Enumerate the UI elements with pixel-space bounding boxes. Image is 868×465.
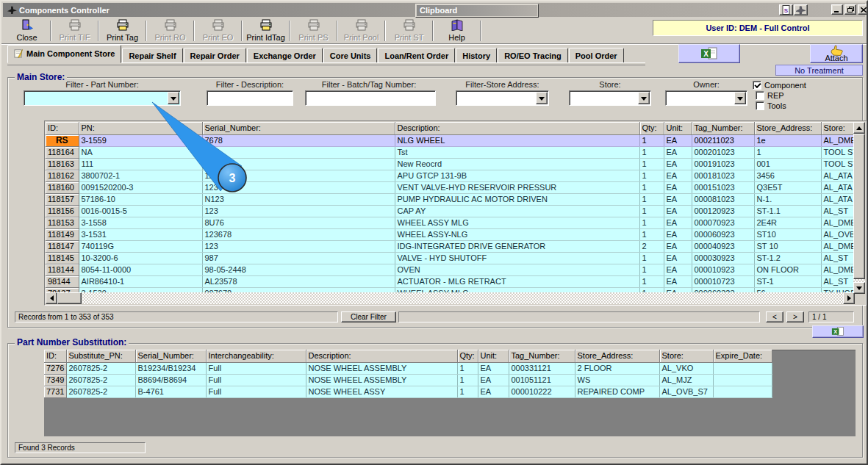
data-cell[interactable]: AL_DME xyxy=(821,264,855,275)
data-cell[interactable]: PUMP HYDRAULIC AC MOTOR DRIVEN xyxy=(395,193,639,205)
data-cell[interactable]: EA xyxy=(664,228,692,240)
data-cell[interactable]: EA xyxy=(478,362,509,374)
data-cell[interactable]: NOSE WHEEL ASSEMBLY xyxy=(306,374,457,386)
data-cell[interactable]: AL_OVB_ xyxy=(821,228,855,240)
data-cell[interactable]: 1 xyxy=(639,158,664,170)
data-cell[interactable]: Q3E5T xyxy=(754,181,821,193)
data-cell[interactable]: Full xyxy=(206,386,306,397)
data-cell[interactable]: NA xyxy=(202,146,395,158)
column-header[interactable]: Store: xyxy=(821,122,855,134)
data-cell[interactable]: N123 xyxy=(202,193,395,205)
chevron-down-icon[interactable] xyxy=(734,92,746,104)
table-row[interactable]: 1181623800702-1123APU GTCP 131-9B1EA0001… xyxy=(46,170,855,181)
data-cell[interactable]: VENT VALVE-HYD RESERVOIR PRESSUR xyxy=(395,181,639,193)
table-row[interactable]: 1181448054-11-000098-05-2448OVEN1EA00001… xyxy=(46,264,855,275)
row-id-cell[interactable]: 118163 xyxy=(46,158,79,170)
table-row[interactable]: 11814510-3200-6987VALVE - HYD SHUTOFF1EA… xyxy=(46,252,855,264)
store-combobox[interactable] xyxy=(569,90,651,106)
row-id-cell[interactable]: 7731 xyxy=(44,386,66,397)
data-cell[interactable]: 0091520200-3 xyxy=(79,181,202,193)
export-excel-substitution-button[interactable]: X xyxy=(812,325,864,338)
row-id-cell[interactable]: 118149 xyxy=(46,228,79,240)
column-header[interactable]: ID: xyxy=(44,350,66,362)
scroll-down-button[interactable] xyxy=(853,282,865,294)
data-cell[interactable]: 2607825-2 xyxy=(66,386,135,397)
scroll-up-button[interactable] xyxy=(853,122,865,134)
table-row[interactable]: 1181560016-0015-5123CAP AY1EA000120923ST… xyxy=(46,205,855,217)
data-cell[interactable]: AL_DME xyxy=(821,134,855,146)
column-header[interactable]: Substitute_PN: xyxy=(66,350,135,362)
print-ro-button[interactable]: Print RO xyxy=(149,18,191,43)
column-header[interactable]: ID: xyxy=(46,122,79,134)
data-cell[interactable]: EA xyxy=(664,252,692,264)
table-row[interactable]: 72762607825-2B19234/B19234FullNOSE WHEEL… xyxy=(44,362,772,374)
data-cell[interactable]: B-4761 xyxy=(135,386,206,397)
tab-repair-shelf[interactable]: Repair Shelf xyxy=(122,48,182,63)
row-id-cell[interactable]: 98144 xyxy=(46,275,79,287)
data-cell[interactable]: 3456 xyxy=(754,170,821,181)
data-cell[interactable]: 2607825-2 xyxy=(66,374,135,386)
data-cell[interactable]: 7678 xyxy=(202,134,395,146)
data-cell[interactable]: 3-1558 xyxy=(79,217,202,228)
tab-core-units[interactable]: Core Units xyxy=(323,48,378,63)
rep-checkbox[interactable] xyxy=(756,91,764,100)
data-cell[interactable]: B8694/B8694 xyxy=(135,374,206,386)
data-cell[interactable]: Full xyxy=(206,362,306,374)
data-cell[interactable]: 1 xyxy=(639,193,664,205)
help-button[interactable]: Help xyxy=(436,18,478,43)
data-cell[interactable]: 2607825-2 xyxy=(66,362,135,374)
data-cell[interactable]: 1 xyxy=(639,217,664,228)
data-cell[interactable]: EA xyxy=(664,205,692,217)
data-cell[interactable]: WHEEL ASSY-NLG xyxy=(395,228,639,240)
data-cell[interactable]: ST 10 xyxy=(754,240,821,252)
data-cell[interactable]: 2 FLOOR xyxy=(575,362,659,374)
data-cell[interactable]: 222 xyxy=(202,158,395,170)
data-cell[interactable]: Full xyxy=(206,374,306,386)
data-cell[interactable]: 000070923 xyxy=(692,217,754,228)
export-excel-button[interactable]: X xyxy=(678,44,740,63)
data-cell[interactable]: VALVE - HYD SHUTOFF xyxy=(395,252,639,264)
data-cell[interactable] xyxy=(713,362,772,374)
scrollbar-thumb[interactable] xyxy=(853,134,865,279)
data-cell[interactable]: 001 xyxy=(754,158,821,170)
column-header[interactable]: Tag_Number: xyxy=(692,122,754,134)
restore-button[interactable] xyxy=(844,4,856,15)
clipboard-window-titlebar[interactable]: Clipboard xyxy=(415,4,539,18)
data-cell[interactable]: 000211023 xyxy=(692,134,754,146)
data-cell[interactable]: NLG WHEEL xyxy=(395,134,639,146)
scroll-left-button[interactable] xyxy=(46,292,57,304)
data-cell[interactable]: 123 xyxy=(202,181,395,193)
data-cell[interactable]: 1 xyxy=(639,252,664,264)
data-cell[interactable]: EA xyxy=(664,181,692,193)
data-cell[interactable]: 000040923 xyxy=(692,240,754,252)
airplane-tool-icon[interactable] xyxy=(794,4,808,15)
component-checkbox[interactable] xyxy=(753,81,761,90)
table-row[interactable]: 1181600091520200-3123VENT VALVE-HYD RESE… xyxy=(46,181,855,193)
data-cell[interactable]: 1 xyxy=(457,386,478,397)
table-row[interactable]: 77312607825-2B-4761FullNOSE WHEEL ASSY1E… xyxy=(44,386,772,397)
row-id-cell[interactable]: 118156 xyxy=(46,205,79,217)
data-cell[interactable]: NOSE WHEEL ASSY xyxy=(306,386,457,397)
data-cell[interactable]: 740119G xyxy=(79,240,202,252)
document-s-icon[interactable]: S xyxy=(779,4,793,15)
column-header[interactable]: PN: xyxy=(79,122,202,134)
column-header[interactable]: Description: xyxy=(395,122,639,134)
data-cell[interactable]: WS xyxy=(575,374,659,386)
data-cell[interactable]: CAP AY xyxy=(395,205,639,217)
column-header[interactable]: Store_Address: xyxy=(754,122,821,134)
chevron-down-icon[interactable] xyxy=(638,92,650,104)
data-cell[interactable]: AL_DME xyxy=(821,217,855,228)
table-row[interactable]: 118147740119G123IDG-INTEGRATED DRIVE GEN… xyxy=(46,240,855,252)
data-cell[interactable]: ST10 xyxy=(754,228,821,240)
column-header[interactable]: Qty: xyxy=(457,350,478,362)
column-header[interactable]: Description: xyxy=(306,350,457,362)
data-cell[interactable]: TOOL STO xyxy=(821,158,855,170)
data-cell[interactable]: 000081023 xyxy=(692,193,754,205)
tab-roeo-tracing[interactable]: RO/EO Tracing xyxy=(498,48,568,63)
data-cell[interactable]: N-1. xyxy=(754,193,821,205)
data-cell[interactable]: EA xyxy=(664,275,692,287)
data-cell[interactable]: 000151023 xyxy=(692,181,754,193)
tools-checkbox[interactable] xyxy=(756,101,764,110)
tab-main-component-store[interactable]: Main Component Store xyxy=(7,45,121,63)
attach-button[interactable]: Attach xyxy=(810,44,863,63)
